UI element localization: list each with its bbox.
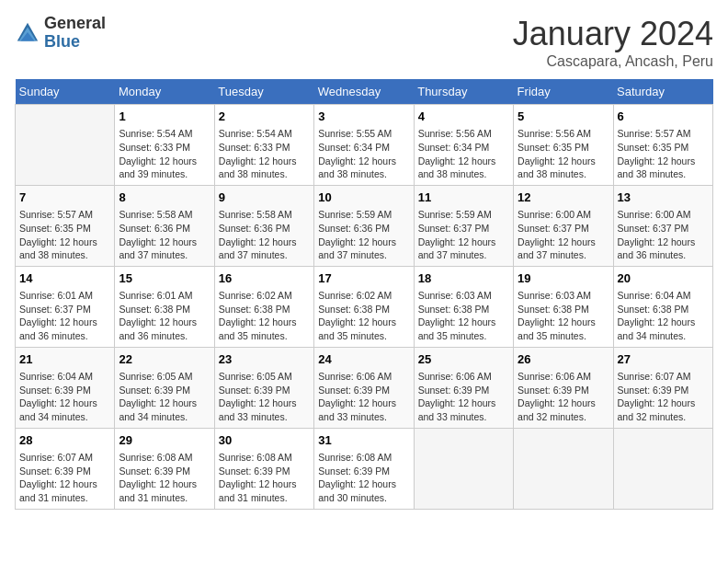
day-info: and 38 minutes. [318, 167, 409, 181]
day-info: and 33 minutes. [219, 410, 310, 424]
day-info: Daylight: 12 hours [119, 236, 210, 249]
day-number: 31 [318, 432, 409, 449]
table-row: 24Sunrise: 6:06 AMSunset: 6:39 PMDayligh… [314, 347, 414, 428]
day-info: and 34 minutes. [618, 329, 709, 343]
day-info: Sunrise: 6:07 AM [19, 451, 110, 465]
table-row: 9Sunrise: 5:58 AMSunset: 6:36 PMDaylight… [214, 185, 313, 266]
col-tuesday: Tuesday [214, 79, 313, 105]
day-info: Sunrise: 6:05 AM [119, 370, 210, 384]
table-row: 28Sunrise: 6:07 AMSunset: 6:39 PMDayligh… [16, 428, 115, 509]
table-row: 19Sunrise: 6:03 AMSunset: 6:38 PMDayligh… [514, 266, 613, 347]
table-row: 4Sunrise: 5:56 AMSunset: 6:34 PMDaylight… [414, 105, 513, 186]
day-info: Sunset: 6:39 PM [219, 384, 310, 397]
day-number: 23 [219, 351, 310, 368]
day-number: 22 [119, 351, 210, 368]
day-info: and 30 minutes. [318, 491, 409, 505]
week-row-4: 21Sunrise: 6:04 AMSunset: 6:39 PMDayligh… [16, 347, 713, 428]
day-info: and 37 minutes. [119, 248, 210, 262]
day-info: Daylight: 12 hours [318, 155, 409, 168]
day-info: and 34 minutes. [119, 410, 210, 424]
day-info: Sunrise: 6:07 AM [618, 370, 709, 384]
day-info: Daylight: 12 hours [518, 316, 609, 329]
table-row: 30Sunrise: 6:08 AMSunset: 6:39 PMDayligh… [214, 428, 313, 509]
day-info: Sunset: 6:33 PM [219, 141, 310, 155]
day-info: Sunset: 6:36 PM [119, 222, 210, 236]
day-number: 2 [219, 109, 310, 125]
day-number: 18 [418, 270, 509, 287]
logo: General Blue [15, 15, 106, 52]
day-info: Sunrise: 5:57 AM [618, 127, 709, 141]
logo-general: General [44, 14, 106, 32]
day-info: Sunset: 6:39 PM [318, 465, 409, 478]
table-row: 20Sunrise: 6:04 AMSunset: 6:38 PMDayligh… [613, 266, 712, 347]
day-number: 1 [119, 109, 210, 125]
day-number: 26 [518, 351, 609, 368]
day-info: Daylight: 12 hours [19, 236, 110, 249]
day-info: Sunset: 6:39 PM [219, 465, 310, 478]
day-info: Sunrise: 5:57 AM [19, 208, 110, 222]
logo-text: General Blue [44, 15, 106, 52]
col-sunday: Sunday [16, 79, 115, 105]
day-info: Daylight: 12 hours [418, 236, 509, 249]
day-info: Sunset: 6:39 PM [19, 465, 110, 478]
day-number: 17 [318, 270, 409, 287]
day-info: and 38 minutes. [618, 167, 709, 181]
day-info: Sunrise: 5:56 AM [518, 127, 609, 141]
table-row: 3Sunrise: 5:55 AMSunset: 6:34 PMDaylight… [314, 105, 414, 186]
day-info: Daylight: 12 hours [518, 396, 609, 410]
day-info: and 38 minutes. [518, 167, 609, 181]
day-info: and 36 minutes. [119, 329, 210, 343]
day-number: 13 [618, 190, 709, 206]
day-info: Sunset: 6:39 PM [518, 384, 609, 397]
day-info: Daylight: 12 hours [318, 477, 409, 491]
day-info: Daylight: 12 hours [418, 155, 509, 168]
day-info: Sunrise: 6:03 AM [418, 289, 509, 303]
day-info: Sunrise: 6:08 AM [119, 451, 210, 465]
table-row: 7Sunrise: 5:57 AMSunset: 6:35 PMDaylight… [16, 185, 115, 266]
day-info: Daylight: 12 hours [219, 155, 310, 168]
day-info: Sunrise: 5:55 AM [318, 127, 409, 141]
day-number: 14 [19, 270, 110, 287]
day-info: Sunset: 6:37 PM [19, 303, 110, 316]
day-number: 21 [19, 351, 110, 368]
table-row: 10Sunrise: 5:59 AMSunset: 6:36 PMDayligh… [314, 185, 414, 266]
day-info: Sunset: 6:34 PM [318, 141, 409, 155]
day-number: 7 [19, 190, 110, 206]
logo-blue: Blue [44, 32, 80, 51]
day-info: Sunset: 6:35 PM [618, 141, 709, 155]
day-number: 9 [219, 190, 310, 206]
day-info: Sunrise: 6:00 AM [518, 208, 609, 222]
location-subtitle: Cascapara, Ancash, Peru [513, 53, 713, 70]
day-info: Daylight: 12 hours [318, 316, 409, 329]
day-info: Daylight: 12 hours [19, 316, 110, 329]
day-info: and 37 minutes. [518, 248, 609, 262]
day-number: 19 [518, 270, 609, 287]
day-info: Daylight: 12 hours [219, 396, 310, 410]
day-number: 24 [318, 351, 409, 368]
table-row: 23Sunrise: 6:05 AMSunset: 6:39 PMDayligh… [214, 347, 313, 428]
day-number: 15 [119, 270, 210, 287]
day-number: 25 [418, 351, 509, 368]
table-row: 6Sunrise: 5:57 AMSunset: 6:35 PMDaylight… [613, 105, 712, 186]
day-info: Sunrise: 5:59 AM [318, 208, 409, 222]
day-info: Sunset: 6:38 PM [418, 303, 509, 316]
day-info: and 33 minutes. [418, 410, 509, 424]
day-number: 10 [318, 190, 409, 206]
day-info: Sunset: 6:33 PM [119, 141, 210, 155]
day-info: Sunrise: 6:06 AM [318, 370, 409, 384]
title-block: January 2024 Cascapara, Ancash, Peru [513, 15, 713, 70]
day-number: 16 [219, 270, 310, 287]
day-info: Sunrise: 6:02 AM [219, 289, 310, 303]
day-info: and 37 minutes. [318, 248, 409, 262]
day-info: and 38 minutes. [418, 167, 509, 181]
day-info: Sunrise: 6:03 AM [518, 289, 609, 303]
day-info: Daylight: 12 hours [418, 396, 509, 410]
day-info: Daylight: 12 hours [219, 477, 310, 491]
table-row: 29Sunrise: 6:08 AMSunset: 6:39 PMDayligh… [115, 428, 214, 509]
day-number: 11 [418, 190, 509, 206]
table-row: 13Sunrise: 6:00 AMSunset: 6:37 PMDayligh… [613, 185, 712, 266]
day-info: Daylight: 12 hours [318, 236, 409, 249]
day-info: Sunset: 6:38 PM [618, 303, 709, 316]
day-info: and 31 minutes. [19, 491, 110, 505]
day-info: Sunrise: 5:59 AM [418, 208, 509, 222]
